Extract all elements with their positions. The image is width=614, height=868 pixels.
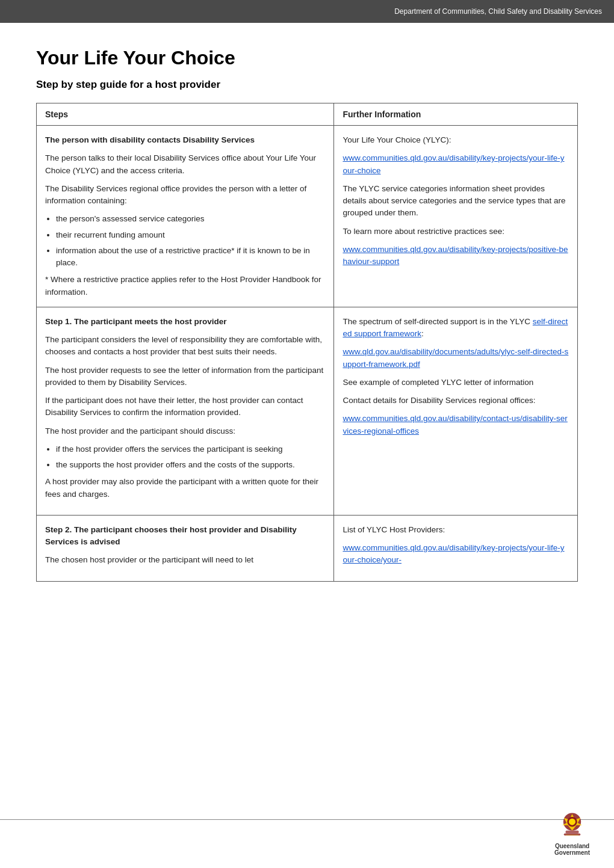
row1-right-link2: www.communities.qld.gov.au/disability/ke…: [343, 244, 569, 268]
row1-right-para3: To learn more about restrictive practice…: [343, 226, 569, 238]
row2-left: Step 1. The participant meets the host p…: [37, 307, 334, 515]
list-item: if the host provider offers the services…: [56, 443, 325, 455]
row1-para2: The Disability Services regional office …: [45, 183, 325, 208]
col-steps-header: Steps: [37, 103, 334, 126]
row1-right-intro: Your Life Your Choice (YLYC):: [343, 134, 569, 146]
list-item: their recurrent funding amount: [56, 229, 325, 241]
footer: QueenslandGovernment: [554, 810, 590, 856]
table-row: The person with disability contacts Disa…: [37, 126, 578, 307]
list-item: information about the use of a restricti…: [56, 245, 325, 269]
guide-table: Steps Further Information The person wit…: [36, 103, 578, 582]
svg-rect-5: [564, 833, 581, 836]
footer-label: QueenslandGovernment: [554, 843, 590, 856]
row1-bullets: the person's assessed service categories…: [56, 213, 325, 269]
row1-right-link1: www.communities.qld.gov.au/disability/ke…: [343, 152, 569, 177]
svg-point-3: [569, 819, 575, 825]
footer-divider: [0, 819, 614, 820]
row2-right-link1: www.qld.gov.au/disability/documents/adul…: [343, 346, 569, 371]
row1-left: The person with disability contacts Disa…: [37, 126, 334, 307]
row3-left: Step 2. The participant chooses their ho…: [37, 515, 334, 581]
row3-para1: The chosen host provider or the particip…: [45, 554, 325, 566]
qld-crest-icon: [556, 810, 589, 843]
row3-heading: Step 2. The participant chooses their ho…: [45, 524, 325, 549]
table-row: Step 2. The participant chooses their ho…: [37, 515, 578, 581]
table-row: Step 1. The participant meets the host p…: [37, 307, 578, 515]
row2-heading: Step 1. The participant meets the host p…: [45, 316, 325, 328]
svg-rect-4: [566, 831, 579, 834]
row2-para2: The host provider requests to see the le…: [45, 365, 325, 389]
row2-right-para3: Contact details for Disability Services …: [343, 395, 569, 407]
main-content: Your Life Your Choice Step by step guide…: [0, 23, 614, 618]
page-subtitle: Step by step guide for a host provider: [36, 79, 578, 91]
row2-bullets: if the host provider offers the services…: [56, 443, 325, 472]
col-info-header: Further Information: [334, 103, 578, 126]
row2-right: The spectrum of self-directed support is…: [334, 307, 578, 515]
list-item: the supports the host provider offers an…: [56, 459, 325, 471]
row2-right-para1: The spectrum of self-directed support is…: [343, 316, 569, 340]
row1-right: Your Life Your Choice (YLYC): www.commun…: [334, 126, 578, 307]
row3-right-link1: www.communities.qld.gov.au/disability/ke…: [343, 542, 569, 567]
department-name: Department of Communities, Child Safety …: [394, 7, 602, 16]
row2-para4: The host provider and the participant sh…: [45, 425, 325, 437]
row2-right-para2: See example of completed YLYC letter of …: [343, 377, 569, 389]
row2-right-link2: www.communities.qld.gov.au/disability/co…: [343, 413, 569, 437]
row2-para1: The participant considers the level of r…: [45, 334, 325, 359]
row2-para3: If the participant does not have their l…: [45, 395, 325, 419]
row1-right-para2: The YLYC service categories information …: [343, 183, 569, 220]
row2-extra: A host provider may also provide the par…: [45, 476, 325, 500]
row1-para1: The person talks to their local Disabili…: [45, 152, 325, 177]
row3-right-para1: List of YLYC Host Providers:: [343, 524, 569, 536]
page-title: Your Life Your Choice: [36, 47, 578, 69]
row1-heading: The person with disability contacts Disa…: [45, 134, 325, 146]
row1-footnote: * Where a restrictive practice applies r…: [45, 274, 325, 298]
header-bar: Department of Communities, Child Safety …: [0, 0, 614, 23]
row3-right: List of YLYC Host Providers: www.communi…: [334, 515, 578, 581]
list-item: the person's assessed service categories: [56, 213, 325, 225]
